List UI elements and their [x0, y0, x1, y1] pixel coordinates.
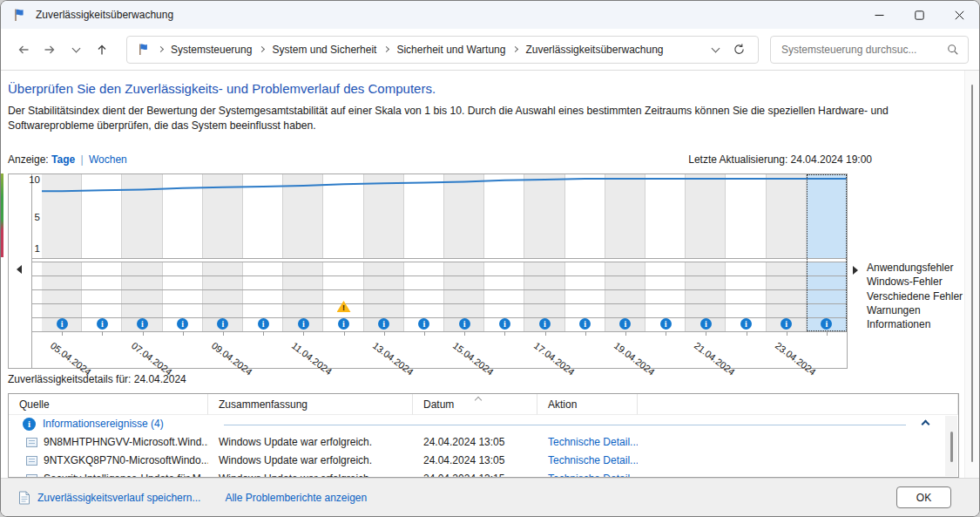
info-icon[interactable] [338, 318, 349, 330]
column-header-1[interactable]: Quelle [9, 394, 208, 415]
ok-button[interactable]: OK [896, 486, 951, 508]
table-body: Informationsereignisse (4)9N8MHTPHNGVV-M… [9, 415, 958, 478]
column-header-4[interactable]: Aktion [537, 394, 638, 415]
page-scrollbar-thumb[interactable] [971, 85, 973, 462]
table-scrollbar[interactable] [945, 416, 957, 476]
up-button[interactable] [90, 37, 114, 62]
technical-details-link[interactable]: Technische Detail... [537, 452, 638, 470]
main-area: Überprüfen Sie den Zuverlässigkeits- und… [1, 71, 979, 478]
info-icon[interactable] [177, 318, 188, 330]
x-axis-tick [183, 331, 184, 336]
reliability-monitor-window: Zuverlässigkeitsüberwachung [0, 0, 980, 517]
info-icon[interactable] [781, 318, 792, 330]
page-scrollbar[interactable] [964, 71, 979, 478]
cell-summary: Windows Update war erfolgreich. [208, 452, 413, 470]
table-row[interactable]: 9NTXGKQ8P7N0-MicrosoftWindo...Windows Up… [9, 452, 958, 470]
event-group-label[interactable]: Informationsereignisse (4) [43, 418, 164, 430]
view-days-link[interactable]: Tage [51, 153, 75, 166]
column-header-2[interactable]: Zusammenfassung [208, 394, 413, 415]
x-axis-date-label: 15.04.2024 [451, 340, 496, 378]
info-icon[interactable] [258, 318, 269, 330]
save-history-link[interactable]: Zuverlässigkeitsverlauf speichern... [37, 492, 200, 504]
info-icon[interactable] [619, 318, 631, 330]
history-dropdown-icon[interactable] [712, 44, 720, 52]
technical-details-link[interactable]: Technische Detail... [537, 433, 638, 452]
cell-date: 24.04.2024 13:05 [413, 433, 537, 452]
x-axis-date-label: 21.04.2024 [693, 340, 737, 378]
info-icon[interactable] [298, 318, 309, 330]
close-icon [955, 10, 964, 20]
collapse-group-icon[interactable] [922, 420, 930, 429]
x-axis-tick [625, 331, 626, 336]
refresh-icon[interactable] [733, 43, 746, 56]
x-axis-date-label: 09.04.2024 [210, 340, 254, 378]
info-icon[interactable] [539, 318, 551, 330]
search-input[interactable] [780, 43, 947, 57]
navigation-bar: SystemsteuerungSystem und SicherheitSich… [1, 29, 979, 71]
minimize-button[interactable] [859, 1, 899, 29]
group-divider-line [224, 425, 906, 425]
details-table: QuelleZusammenfassungDatumAktion Informa… [8, 393, 959, 478]
view-all-reports-link[interactable]: Alle Problemberichte anzeigen [225, 492, 367, 504]
info-icon[interactable] [97, 318, 108, 330]
column-header-filler [638, 394, 958, 415]
table-row[interactable]: 9N8MHTPHNGVV-Microsoft.Wind...Windows Up… [9, 433, 958, 452]
view-switch: Anzeige: Tage | Wochen [8, 153, 127, 166]
info-icon[interactable] [579, 318, 591, 330]
table-header: QuelleZusammenfassungDatumAktion [9, 394, 958, 415]
title-bar: Zuverlässigkeitsüberwachung [1, 1, 979, 29]
x-axis-tick [263, 331, 264, 336]
info-icon[interactable] [217, 318, 228, 330]
x-axis-tick [424, 331, 425, 336]
info-icon[interactable] [57, 318, 68, 330]
recent-pages-button[interactable] [64, 37, 88, 62]
stability-chart[interactable]: 1051 05.04.202407.04.202409.04.202411.04… [8, 173, 848, 369]
technical-details-link[interactable]: Technische Detail... [537, 470, 638, 478]
breadcrumb-bar[interactable]: SystemsteuerungSystem und SicherheitSich… [126, 36, 759, 64]
flag-icon [13, 8, 27, 22]
x-axis-tick [102, 331, 103, 336]
info-icon[interactable] [459, 318, 470, 330]
breadcrumb-separator-icon [383, 46, 389, 52]
view-weeks-link[interactable]: Wochen [89, 153, 127, 166]
x-axis-date-label: 11.04.2024 [290, 340, 335, 377]
chevron-down-icon [71, 44, 80, 52]
search-icon[interactable] [947, 44, 959, 56]
info-icon [23, 418, 36, 431]
info-icon[interactable] [660, 318, 672, 330]
source-text: 9NTXGKQ8P7N0-MicrosoftWindo... [44, 452, 208, 470]
breadcrumb-item-4[interactable]: Zuverlässigkeitsüberwachung [524, 44, 665, 56]
info-icon[interactable] [378, 318, 389, 330]
x-axis-tick [706, 331, 706, 336]
x-axis-tick [223, 331, 224, 336]
back-button[interactable] [11, 37, 36, 62]
column-header-3[interactable]: Datum [413, 394, 537, 415]
info-icon[interactable] [740, 318, 752, 330]
search-box[interactable] [770, 36, 969, 64]
x-axis: 05.04.202407.04.202409.04.202411.04.2024… [42, 331, 847, 368]
info-icon[interactable] [418, 318, 429, 330]
page-title: Überprüfen Sie den Zuverlässigkeits- und… [8, 81, 436, 96]
info-icon[interactable] [137, 318, 148, 330]
source-text: Security Intelligence-Update für M... [44, 470, 208, 478]
info-icon[interactable] [499, 318, 510, 330]
details-title: Zuverlässigkeitsdetails für: 24.04.2024 [8, 373, 186, 385]
cell-filler [638, 433, 958, 452]
table-scrollbar-thumb[interactable] [950, 432, 953, 462]
info-icon[interactable] [700, 318, 712, 330]
breadcrumb-tail [713, 43, 751, 56]
breadcrumb-item-2[interactable]: System und Sicherheit [270, 44, 378, 56]
event-log-icon [26, 438, 37, 447]
cell-date: 24.04.2024 13:15 [413, 470, 537, 478]
maximize-button[interactable] [899, 1, 939, 29]
scroll-right-icon[interactable] [853, 266, 858, 275]
event-group-row[interactable]: Informationsereignisse (4) [9, 415, 958, 433]
breadcrumb-item-1[interactable]: Systemsteuerung [169, 44, 253, 56]
display-label: Anzeige: [8, 153, 49, 166]
warning-icon[interactable] [337, 301, 351, 312]
close-button[interactable] [939, 1, 979, 29]
forward-button[interactable] [37, 37, 62, 62]
table-row[interactable]: Security Intelligence-Update für M...Win… [9, 470, 958, 478]
selected-day-outline[interactable] [807, 174, 847, 331]
breadcrumb-item-3[interactable]: Sicherheit und Wartung [395, 44, 507, 56]
